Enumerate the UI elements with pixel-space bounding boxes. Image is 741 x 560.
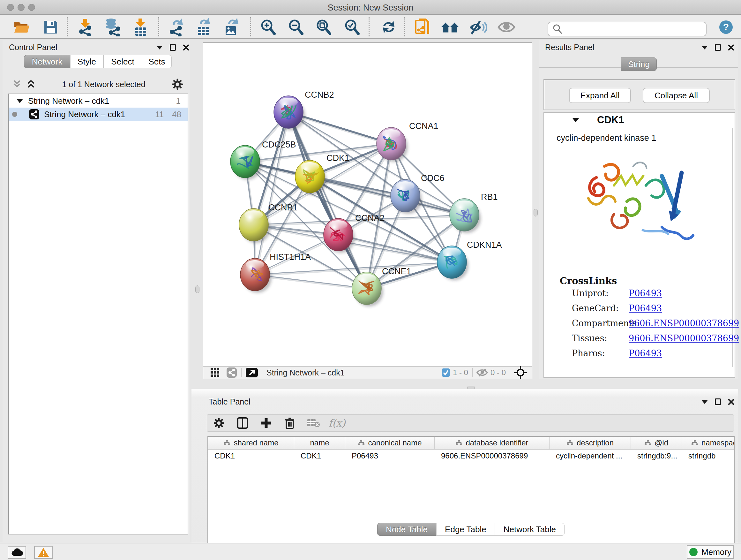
search-icon — [552, 23, 563, 35]
column-header-shared-name[interactable]: shared name — [208, 437, 294, 449]
save-session-button[interactable] — [42, 18, 60, 37]
results-panel-menu-icon[interactable] — [701, 46, 708, 50]
string-view-icon[interactable] — [226, 367, 237, 378]
create-column-button[interactable] — [254, 418, 278, 428]
column-header--id[interactable]: @id — [631, 437, 682, 449]
tab-select[interactable]: Select — [104, 55, 142, 68]
control-panel-float-icon[interactable] — [170, 44, 176, 51]
selected-checkbox-icon[interactable] — [441, 368, 450, 377]
crosslink-link[interactable]: P06493 — [629, 303, 662, 313]
crosslink-link[interactable]: 9606.ENSP00000378699 — [629, 333, 739, 343]
table-panel-close-icon[interactable] — [728, 399, 734, 405]
warning-icon — [38, 547, 49, 557]
table-cell[interactable]: stringdb:9... — [631, 449, 682, 462]
splitter-handle[interactable] — [534, 209, 538, 216]
show-columns-button[interactable] — [231, 417, 254, 429]
table-cell[interactable]: CDK1 — [208, 449, 294, 462]
export-table-button[interactable] — [194, 18, 213, 37]
tab-node-table[interactable]: Node Table — [377, 523, 436, 536]
hidden-eye-icon[interactable] — [476, 368, 488, 377]
collection-expand-icon[interactable] — [17, 99, 23, 103]
grid-view-icon[interactable] — [210, 368, 220, 377]
network-node-hist1h1a[interactable] — [240, 258, 272, 293]
table-cell[interactable]: P06493 — [345, 449, 434, 462]
control-panel-menu-icon[interactable] — [156, 46, 163, 50]
crosslink-link[interactable]: P06493 — [629, 348, 662, 358]
eye-icon — [497, 21, 515, 34]
refresh-view-button[interactable] — [380, 18, 398, 37]
zoom-out-button[interactable] — [286, 18, 305, 37]
table-panel-float-icon[interactable] — [715, 398, 721, 405]
delete-column-button[interactable] — [278, 417, 301, 429]
home-button[interactable] — [441, 18, 459, 37]
birds-eye-view-icon[interactable] — [246, 368, 258, 378]
table-mode-button[interactable] — [207, 418, 231, 428]
network-node-rb1[interactable] — [450, 199, 481, 233]
network-options-gear-icon[interactable] — [172, 78, 183, 90]
fit-crosshair-icon[interactable] — [514, 366, 527, 379]
table-cell[interactable]: cyclin-dependent ... — [549, 449, 631, 462]
table-row[interactable]: CDK1CDK1P064939606.ENSP00000378699cyclin… — [208, 449, 735, 462]
tab-edge-table[interactable]: Edge Table — [436, 523, 495, 536]
network-node-cdkn1a[interactable] — [437, 246, 468, 280]
network-collection-row[interactable]: String Network – cdk1 1 — [9, 94, 188, 108]
export-network-button[interactable] — [167, 18, 185, 37]
tab-sets[interactable]: Sets — [142, 55, 172, 68]
collection-count: 1 — [176, 96, 181, 106]
delete-table-button[interactable] — [301, 418, 325, 428]
import-table-file-button[interactable] — [131, 18, 150, 37]
table-cell[interactable]: stringdb — [682, 449, 735, 462]
column-header-name[interactable]: name — [294, 437, 345, 449]
network-canvas[interactable]: CCNB2CCNA1CDC25BCDK1CDC6RB1CCNB1CCNA2CDK… — [203, 43, 532, 366]
column-header-description[interactable]: description — [549, 437, 631, 449]
crosslink-link[interactable]: 9606.ENSP00000378699 — [629, 318, 739, 328]
expand-all-button[interactable]: Expand All — [569, 88, 631, 103]
help-button[interactable]: ? — [717, 18, 735, 37]
node-table[interactable]: shared namenamecanonical namedatabase id… — [207, 436, 735, 560]
column-header-database-identifier[interactable]: database identifier — [434, 437, 549, 449]
open-session-button[interactable] — [12, 18, 31, 37]
column-header-canonical-name[interactable]: canonical name — [345, 437, 434, 449]
function-builder-button[interactable]: f(x) — [325, 417, 349, 429]
search-input[interactable] — [565, 24, 706, 34]
table-panel-menu-icon[interactable] — [701, 400, 708, 404]
network-node-ccne1[interactable] — [352, 272, 383, 307]
hide-graphics-button[interactable] — [469, 18, 487, 37]
network-graph[interactable]: CCNB2CCNA1CDC25BCDK1CDC6RB1CCNB1CCNA2CDK… — [203, 43, 532, 366]
network-row-selected[interactable]: String Network – cdk1 11 48 — [9, 108, 188, 121]
expand-all-trees-icon[interactable] — [26, 79, 36, 89]
column-type-icon — [223, 440, 230, 446]
export-image-button[interactable] — [222, 18, 241, 37]
table-cell[interactable]: CDK1 — [294, 449, 345, 462]
collapse-all-button[interactable]: Collapse All — [643, 88, 710, 103]
zoom-fit-icon — [315, 19, 332, 36]
results-panel-float-icon[interactable] — [715, 44, 721, 51]
section-collapse-icon[interactable] — [572, 118, 579, 122]
warning-status-button[interactable] — [34, 546, 53, 559]
network-edge[interactable] — [255, 112, 288, 274]
zoom-selected-button[interactable] — [343, 18, 361, 37]
tab-network-table[interactable]: Network Table — [495, 523, 564, 536]
tab-string[interactable]: String — [621, 57, 657, 71]
network-node-cdc6[interactable] — [391, 179, 422, 214]
tab-network[interactable]: Network — [24, 55, 70, 68]
share-document-button[interactable] — [414, 18, 432, 37]
import-network-file-button[interactable] — [76, 18, 95, 37]
memory-button[interactable]: Memory — [687, 545, 734, 559]
tab-style[interactable]: Style — [70, 55, 104, 68]
table-cell[interactable]: 9606.ENSP00000378699 — [434, 449, 549, 462]
home-icon — [441, 20, 459, 35]
column-header-namespace[interactable]: namespace — [682, 437, 735, 449]
show-graphics-button[interactable] — [497, 18, 516, 37]
zoom-in-button[interactable] — [259, 18, 277, 37]
network-node-ccna1[interactable] — [377, 127, 408, 162]
results-panel-close-icon[interactable] — [728, 44, 734, 51]
splitter-handle[interactable] — [195, 286, 199, 293]
network-edge[interactable] — [255, 274, 367, 288]
crosslink-link[interactable]: P06493 — [629, 288, 662, 298]
cloud-status-button[interactable] — [8, 546, 26, 559]
collapse-all-trees-icon[interactable] — [12, 79, 22, 89]
control-panel-close-icon[interactable] — [183, 44, 189, 51]
import-network-database-button[interactable] — [104, 18, 122, 37]
zoom-fit-button[interactable] — [314, 18, 333, 37]
